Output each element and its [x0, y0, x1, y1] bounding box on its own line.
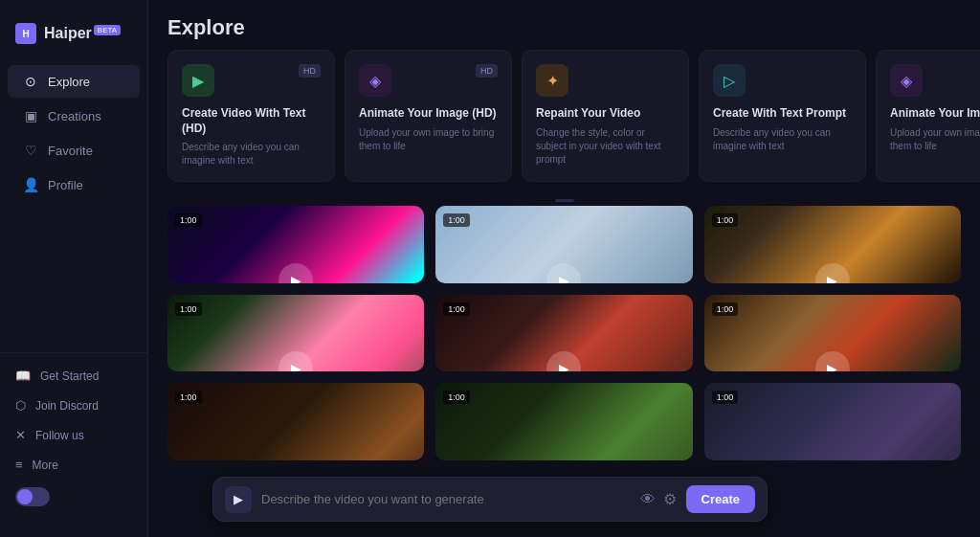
more-icon: ≡ [15, 458, 23, 472]
video-card-5[interactable]: ▶ 1:00 ⊞ ♡ ⤓ [435, 295, 692, 372]
video-thumb-7: 1:00 [167, 383, 424, 460]
video-overlay: ▶ [435, 295, 692, 372]
video-overlay: ▶ [167, 295, 424, 372]
video-thumb-9: 1:00 [704, 383, 961, 460]
duration-badge: 1:00 [712, 213, 739, 227]
play-button[interactable]: ▶ [546, 263, 581, 283]
book-icon: 📖 [15, 369, 31, 383]
card-desc: Describe any video you can imagine with … [182, 141, 321, 168]
card-top: ▷ [713, 64, 852, 97]
play-button[interactable]: ▶ [278, 351, 313, 371]
logo: H HaiperBETA [0, 15, 147, 63]
create-button[interactable]: Create [686, 485, 755, 513]
video-thumb-4: ▶ 1:00 ⊞ [167, 295, 424, 372]
feature-card-create-text-prompt[interactable]: ▷ Create With Text Prompt Describe any v… [699, 50, 866, 182]
page-title: Explore [167, 15, 961, 40]
card-desc: Describe any video you can imagine with … [713, 126, 852, 153]
video-thumb-1: ▶ 1:00 ⊞ [167, 206, 424, 283]
creations-icon: ▣ [23, 108, 38, 123]
duration-badge: 1:00 [443, 213, 470, 227]
scroll-dot [555, 199, 574, 202]
video-card-7[interactable]: 1:00 [167, 383, 424, 460]
video-thumb-8: 1:00 [435, 383, 692, 460]
video-card-6[interactable]: ▶ 1:00 ♡ ⤓ ↗ Share [704, 295, 961, 372]
card-desc: Upload your own image to bring them to l… [890, 126, 980, 153]
video-thumb-5: ▶ 1:00 ⊞ [435, 295, 692, 372]
camera-icon[interactable]: 👁 [640, 491, 656, 508]
video-card-3[interactable]: ▶ 1:00 ⊞ Dos Lopez ♡ ⤓ ↗ Share [704, 206, 961, 283]
duration-badge: 1:00 [712, 391, 739, 404]
feature-card-create-video-text-hd[interactable]: ▶ HD Create Video With Text (HD) Describ… [167, 50, 335, 182]
card-top: ◈ [890, 64, 980, 97]
page-header: Explore [148, 0, 980, 50]
duration-badge: 1:00 [175, 213, 202, 227]
sidebar-item-favorite[interactable]: ♡ Favorite [8, 134, 140, 167]
card-title: Create Video With Text (HD) [182, 106, 321, 136]
sidebar-item-get-started[interactable]: 📖 Get Started [0, 361, 147, 391]
favorite-icon: ♡ [23, 143, 38, 158]
prompt-mode-icon: ▶ [225, 486, 252, 513]
card-icon-text: ▷ [713, 64, 746, 97]
video-card-1[interactable]: ▶ 1:00 ⊞ SeCab ♡ ⤓ ↗ Share [167, 206, 424, 283]
sidebar-item-label: Favorite [48, 144, 93, 158]
sidebar-item-label: Creations [48, 109, 101, 123]
feature-card-animate-image-hd[interactable]: ◈ HD Animate Your Image (HD) Upload your… [345, 50, 512, 182]
video-card-4[interactable]: ▶ 1:00 ⊞ konain memon ♡ ⤓ [167, 295, 424, 372]
play-button[interactable]: ▶ [815, 351, 850, 371]
card-icon-repaint: ✦ [536, 64, 568, 97]
scroll-indicator [148, 195, 980, 206]
card-icon-video: ▶ [182, 64, 214, 97]
settings-icon[interactable]: ⚙ [663, 490, 677, 508]
video-thumb-6: ▶ 1:00 [704, 295, 961, 372]
sidebar-item-label: Explore [48, 75, 90, 89]
card-title: Repaint Your Video [536, 106, 675, 122]
sidebar-item-more[interactable]: ≡ More [0, 450, 147, 480]
sidebar-item-explore[interactable]: ⊙ Explore [8, 65, 140, 98]
discord-icon: ⬡ [15, 398, 26, 413]
video-card-2[interactable]: ▶ 1:00 Yasmin Schmidt ♡ ⤓ ↗ Share [435, 206, 692, 283]
duration-badge: 1:00 [175, 391, 202, 404]
sidebar-item-join-discord[interactable]: ⬡ Join Discord [0, 391, 147, 420]
video-overlay: ▶ [435, 206, 692, 283]
x-icon: ✕ [15, 428, 26, 442]
card-icon-animate: ◈ [359, 64, 391, 97]
video-card-9[interactable]: 1:00 [704, 383, 961, 460]
main-content: Explore ▶ HD Create Video With Text (HD)… [148, 0, 980, 537]
video-card-8[interactable]: 1:00 [435, 383, 692, 460]
sidebar-item-creations[interactable]: ▣ Creations [8, 100, 140, 132]
hd-badge: HD [299, 64, 321, 78]
profile-icon: 👤 [23, 177, 38, 192]
card-top: ✦ [536, 64, 675, 97]
prompt-input[interactable] [261, 492, 631, 506]
sidebar-bottom: 📖 Get Started ⬡ Join Discord ✕ Follow us… [0, 352, 147, 522]
sidebar: H HaiperBETA ⊙ Explore ▣ Creations ♡ Fav… [0, 0, 148, 537]
prompt-bar: ▶ 👁 ⚙ Create [212, 477, 768, 522]
explore-icon: ⊙ [23, 74, 38, 89]
feature-cards-row: ▶ HD Create Video With Text (HD) Describ… [148, 50, 980, 195]
card-desc: Change the style, color or subject in yo… [536, 126, 675, 167]
sidebar-item-profile[interactable]: 👤 Profile [8, 168, 140, 201]
card-title: Create With Text Prompt [713, 106, 852, 122]
card-desc: Upload your own image to bring them to l… [359, 126, 498, 153]
prompt-action-icons: 👁 ⚙ [640, 490, 677, 508]
logo-icon: H [15, 23, 36, 44]
video-thumb-2: ▶ 1:00 [435, 206, 692, 283]
card-title: Animate Your Image [890, 106, 980, 122]
play-button[interactable]: ▶ [278, 263, 313, 283]
duration-badge: 1:00 [443, 391, 470, 404]
card-icon-animate2: ◈ [890, 64, 923, 97]
theme-toggle[interactable] [15, 487, 50, 506]
play-button[interactable]: ▶ [546, 351, 581, 371]
video-overlay: ▶ [704, 206, 961, 283]
feature-card-animate-image[interactable]: ◈ Animate Your Image Upload your own ima… [876, 50, 980, 182]
video-overlay: ▶ [704, 295, 961, 372]
feature-card-repaint-video[interactable]: ✦ Repaint Your Video Change the style, c… [522, 50, 689, 182]
duration-badge: 1:00 [712, 302, 739, 316]
card-title: Animate Your Image (HD) [359, 106, 498, 122]
sidebar-item-label: Profile [48, 178, 83, 192]
sidebar-item-follow-us[interactable]: ✕ Follow us [0, 420, 147, 450]
video-thumb-3: ▶ 1:00 ⊞ [704, 206, 961, 283]
logo-text: HaiperBETA [44, 25, 121, 42]
sidebar-nav: ⊙ Explore ▣ Creations ♡ Favorite 👤 Profi… [0, 63, 147, 352]
play-button[interactable]: ▶ [815, 263, 850, 283]
